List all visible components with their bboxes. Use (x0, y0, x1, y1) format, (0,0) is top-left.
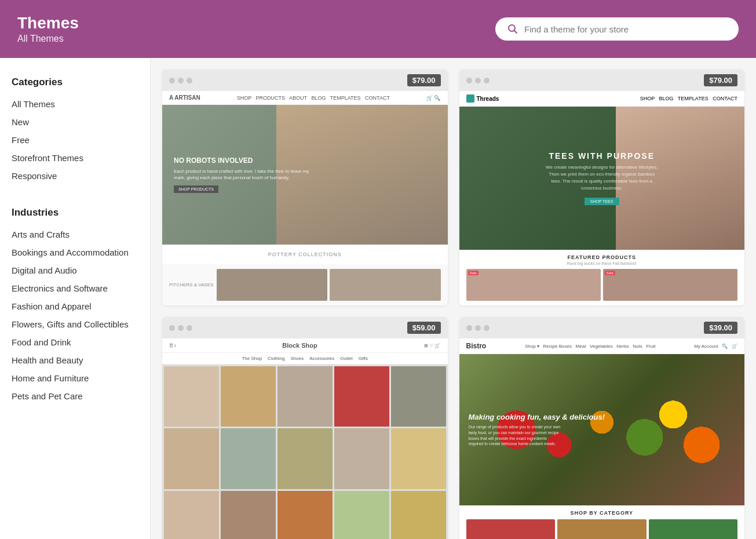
sidebar-item-free[interactable]: Free (12, 131, 138, 149)
themes-grid: $79.00 A ARTISAN SHOP PRODUCTS ABOUT BLO… (162, 70, 744, 539)
blockshop-item-10 (391, 428, 446, 489)
threads-price: $79.00 (704, 74, 737, 86)
dot-1 (466, 325, 472, 331)
sidebar: Categories All Themes New Free Storefron… (0, 58, 151, 539)
dot-2 (475, 325, 481, 331)
artisan-inner: A ARTISAN SHOP PRODUCTS ABOUT BLOG TEMPL… (162, 91, 448, 305)
theme-card-blockshop[interactable]: $59.00 ☰ i Block Shop ⊞ ♡ 🛒 The Shop Clo… (162, 317, 448, 539)
dot-2 (178, 78, 184, 83)
blockshop-item-7 (221, 428, 276, 489)
sidebar-item-food-drink[interactable]: Food and Drink (12, 333, 138, 351)
main-layout: Categories All Themes New Free Storefron… (0, 58, 756, 539)
blockshop-item-13 (277, 491, 333, 539)
dot-3 (187, 78, 192, 83)
blockshop-item-3 (277, 366, 333, 427)
blockshop-cat-1[interactable]: The Shop (242, 356, 262, 361)
threads-shop-btn[interactable]: SHOP TEES (585, 198, 619, 205)
artisan-nav-links: SHOP PRODUCTS ABOUT BLOG TEMPLATES CONTA… (237, 95, 390, 101)
threads-logo-icon (466, 94, 474, 103)
blockshop-item-12 (221, 491, 276, 539)
sidebar-item-all-themes[interactable]: All Themes (12, 95, 138, 113)
bistro-price: $39.00 (704, 322, 737, 334)
blockshop-cat-4[interactable]: Accessories (309, 356, 334, 361)
blockshop-cat-3[interactable]: Shoes (290, 356, 304, 361)
sidebar-item-pets[interactable]: Pets and Pet Care (12, 387, 138, 405)
threads-hero-desc: We create meaningful designs for alterna… (544, 164, 660, 192)
blockshop-cat-2[interactable]: Clothing (268, 356, 284, 361)
sidebar-item-home-furniture[interactable]: Home and Furniture (12, 369, 138, 387)
threads-nav-links: SHOP BLOG TEMPLATES CONTACT (640, 96, 737, 101)
bistro-nav-links: Shop ▾ Recipe Boxes Meat Vegetables Herb… (525, 344, 655, 349)
svg-line-1 (514, 31, 517, 34)
blockshop-item-9 (334, 428, 389, 489)
bistro-inner: Bistro Shop ▾ Recipe Boxes Meat Vegetabl… (459, 338, 745, 539)
blockshop-item-6 (164, 428, 219, 489)
artisan-section-label: POTTERY COLLECTIONS (162, 245, 448, 264)
bistro-cat-items (466, 519, 738, 539)
threads-logo: Threads (466, 94, 499, 103)
bistro-cat-item-1 (466, 519, 556, 539)
blockshop-cat-5[interactable]: Outlet (340, 356, 352, 361)
window-dots (169, 78, 192, 83)
sidebar-item-fashion[interactable]: Fashion and Apparel (12, 297, 138, 315)
dot-3 (484, 325, 490, 331)
bistro-nav-icons: My Account 🔍 🛒 (694, 344, 737, 349)
bistro-nav: Bistro Shop ▾ Recipe Boxes Meat Vegetabl… (459, 338, 745, 354)
sidebar-item-flowers[interactable]: Flowers, Gifts and Collectibles (12, 315, 138, 333)
blockshop-item-4 (334, 366, 389, 427)
bistro-cat-title: Shop by Category (466, 510, 738, 516)
theme-card-header-bistro: $39.00 (459, 317, 745, 338)
blockshop-preview: ☰ i Block Shop ⊞ ♡ 🛒 The Shop Clothing S… (162, 338, 448, 539)
bistro-dots (466, 325, 490, 331)
threads-logo-text: Threads (477, 96, 499, 102)
blockshop-item-15 (391, 491, 446, 539)
blockshop-item-5 (391, 366, 446, 427)
blockshop-item-11 (164, 491, 219, 539)
blockshop-nav: ☰ i Block Shop ⊞ ♡ 🛒 (162, 338, 448, 353)
blockshop-item-8 (277, 428, 333, 489)
artisan-preview: A ARTISAN SHOP PRODUCTS ABOUT BLOG TEMPL… (162, 91, 448, 305)
bistro-cat-item-2 (557, 519, 647, 539)
artisan-products: PITCHERS & VASES (162, 264, 448, 305)
threads-preview: Threads SHOP BLOG TEMPLATES CONTACT TEES… (459, 91, 745, 305)
threads-dots (466, 78, 490, 83)
search-icon (507, 23, 518, 35)
theme-card-artisan[interactable]: $79.00 A ARTISAN SHOP PRODUCTS ABOUT BLO… (162, 70, 448, 305)
threads-hero-title: TEES WITH PURPOSE (544, 151, 660, 161)
page-subtitle: All Themes (17, 34, 79, 44)
theme-card-threads[interactable]: $79.00 Threads SHOP BLOG TEMPLATES CONTA… (459, 70, 745, 305)
bistro-hero-desc: Our range of products allow you to creat… (469, 424, 561, 447)
sidebar-item-storefront[interactable]: Storefront Themes (12, 149, 138, 167)
artisan-price: $79.00 (407, 74, 441, 86)
search-bar[interactable] (495, 17, 739, 41)
search-input[interactable] (524, 24, 727, 34)
blockshop-logo: Block Shop (176, 342, 424, 349)
blockshop-nav-right: ⊞ ♡ 🛒 (424, 343, 440, 348)
artisan-shop-btn[interactable]: SHOP PRODUCTS (174, 185, 218, 193)
sidebar-item-responsive[interactable]: Responsive (12, 167, 138, 185)
header-title-block: Themes All Themes (17, 14, 79, 44)
blockshop-nav-left: ☰ i (169, 343, 176, 348)
bistro-hero: Making cooking fun, easy & delicious! Ou… (459, 354, 745, 505)
blockshop-cat-6[interactable]: Gifts (359, 356, 368, 361)
sidebar-item-digital-audio[interactable]: Digital and Audio (12, 261, 138, 279)
bistro-preview: Bistro Shop ▾ Recipe Boxes Meat Vegetabl… (459, 338, 745, 539)
threads-inner: Threads SHOP BLOG TEMPLATES CONTACT TEES… (459, 91, 745, 305)
sidebar-item-arts-crafts[interactable]: Arts and Crafts (12, 225, 138, 243)
theme-card-bistro[interactable]: $39.00 Bistro Shop ▾ Recipe Boxes Meat V… (459, 317, 745, 539)
theme-card-header-artisan: $79.00 (162, 70, 448, 91)
artisan-nav: A ARTISAN SHOP PRODUCTS ABOUT BLOG TEMPL… (162, 91, 448, 105)
artisan-nav-icons: 🛒 🔍 (426, 95, 441, 101)
page-title: Themes (17, 14, 79, 32)
sidebar-item-new[interactable]: New (12, 113, 138, 131)
threads-featured-title: FEATURED PRODUCTS (466, 254, 738, 260)
bistro-logo: Bistro (466, 342, 487, 350)
dot-2 (475, 78, 481, 83)
sale-badge-2: Sale (605, 271, 615, 275)
blockshop-categories: The Shop Clothing Shoes Accessories Outl… (162, 353, 448, 365)
sidebar-item-health-beauty[interactable]: Health and Beauty (12, 351, 138, 369)
artisan-hero: NO ROBOTS INVOLVED Each product is hand-… (162, 105, 448, 245)
sidebar-item-bookings[interactable]: Bookings and Accommodation (12, 243, 138, 261)
theme-card-header-threads: $79.00 (459, 70, 745, 91)
sidebar-item-electronics[interactable]: Electronics and Software (12, 279, 138, 297)
